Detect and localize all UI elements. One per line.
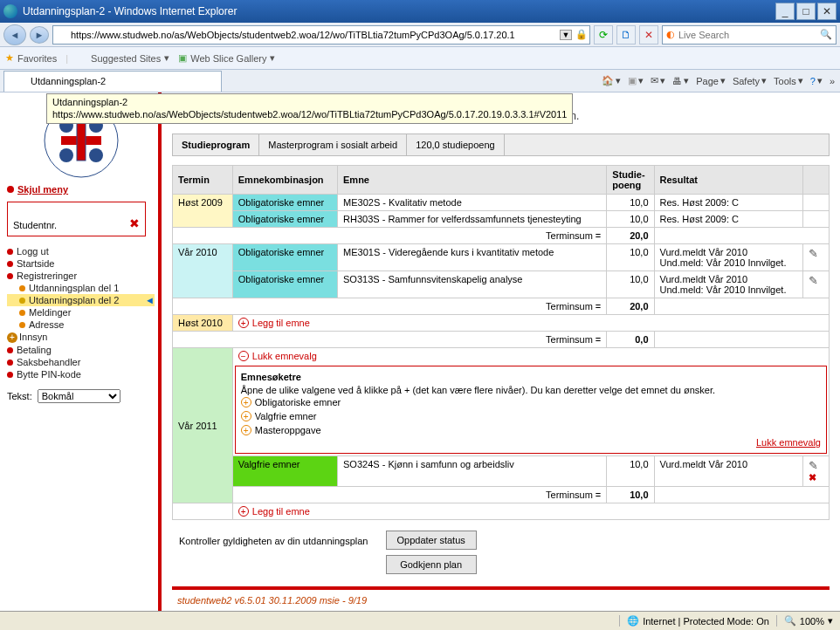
nav-meldinger[interactable]: Meldinger [7,306,155,318]
search-input[interactable] [678,30,816,40]
search-go-icon[interactable]: 🔍 [820,29,832,40]
nav-adresse[interactable]: Adresse [7,318,155,331]
collapse-icon: − [238,351,249,361]
legg-til-emne[interactable]: +Legg til emne [238,318,823,328]
lock-icon: 🔒 [575,29,588,40]
delete-icon[interactable]: ✖ [809,472,816,483]
studieprogram-row: Studieprogram Masterprogram i sosialt ar… [172,134,830,156]
oppdater-status-button[interactable]: Oppdater status [386,531,477,550]
nav-registreringer[interactable]: Registreringer [7,270,155,282]
maximize-button[interactable]: □ [796,3,816,20]
th-emne: Emne [338,166,607,195]
tree-option[interactable]: +Obligatoriske emner [241,395,821,409]
ie-icon [13,75,25,87]
plan-table: Termin Emnekombinasjon Emne Studie- poen… [172,165,830,520]
svg-point-8 [89,148,103,162]
edit-icon[interactable]: ✎ [809,247,818,260]
sum-label: Terminsum = [173,298,607,315]
main-content: ... endringer må du trykke på knappen La… [162,92,840,611]
tab-bar: Utdanningsplan-2 🏠▾ ▣▾ ✉▾ 🖶▾ Page ▾ Safe… [0,70,840,92]
nav-toolbar: ◄ ► ▼ 🔒 ⟳ 🗋 ✕ ◐ 🔍 [0,23,840,47]
studentnr-label: Studentnr. [13,220,57,230]
plus-icon: + [241,397,251,407]
back-button[interactable]: ◄ [3,24,26,45]
nav-menu: Logg ut Startside Registreringer Utdanni… [7,245,155,380]
help-button[interactable]: ?▾ [810,75,823,86]
search-box[interactable]: ◐ 🔍 [662,25,837,45]
plus-icon: + [7,332,17,343]
nav-saksbehandler[interactable]: Saksbehandler [7,356,155,368]
feeds-button[interactable]: ▣▾ [628,75,644,86]
tab-label: Utdanningsplan-2 [31,76,106,86]
expand-icon[interactable]: » [830,76,835,86]
cell-emne: ME301S - Videregående kurs i kvantitativ… [338,244,607,271]
compat-button[interactable]: 🗋 [616,25,636,45]
emnesoketre-box: Emnesøketre Åpne de ulike valgene ved å … [235,366,827,454]
tools-menu[interactable]: Tools ▾ [774,75,803,86]
ie-icon [77,53,87,64]
svg-rect-3 [61,136,101,145]
favorites-button[interactable]: ★Favorites [5,52,57,64]
safety-menu[interactable]: Safety ▾ [733,75,767,86]
sum-label: Terminsum = [232,487,607,503]
plus-icon: + [241,411,251,421]
nav-utdanningsplan2[interactable]: Utdanningsplan del 2◄ [7,294,155,306]
bullet-icon [7,372,13,378]
lukk-emnevalg-top[interactable]: −Lukk emnevalg [238,351,823,361]
edit-icon[interactable]: ✎ [809,274,818,287]
nav-startside[interactable]: Startside [7,257,155,270]
minimize-button[interactable]: _ [775,3,795,20]
language-select[interactable]: Bokmål [38,389,120,403]
box-title: Emnesøketre [241,372,821,382]
forward-button[interactable]: ► [30,26,49,44]
window-title: Utdanningsplan-2 - Windows Internet Expl… [23,5,237,17]
legg-til-emne[interactable]: +Legg til emne [238,506,823,517]
clear-icon[interactable]: ✖ [129,216,140,230]
help-icon: ? [810,76,816,86]
refresh-button[interactable]: ⟳ [594,25,613,45]
sp-name: Masterprogram i sosialt arbeid [259,134,407,155]
star-icon: ★ [5,52,14,64]
tab-utdanningsplan[interactable]: Utdanningsplan-2 [3,71,222,92]
home-button[interactable]: 🏠▾ [602,75,621,86]
url-tooltip: Utdanningsplan-2 https://www.studweb.no/… [46,93,573,124]
suggested-sites[interactable]: Suggested Sites ▾ [77,52,169,64]
print-button[interactable]: 🖶▾ [672,75,689,86]
mail-icon: ✉ [651,75,658,86]
tree-option[interactable]: +Valgfrie emner [241,409,821,423]
mail-button[interactable]: ✉▾ [651,75,665,86]
print-icon: 🖶 [672,76,682,86]
tree-option[interactable]: +Masteroppgave [241,423,821,437]
cell-komb: Obligatoriske emner [232,244,337,271]
godkjenn-plan-button[interactable]: Godkjenn plan [386,555,477,574]
edit-icon[interactable]: ✎ [809,459,818,472]
cell-res: Vurd.meldt Vår 2010Und.meld: Vår 2010 In… [654,244,802,271]
zoom-control[interactable]: 🔍100% ▾ [776,615,840,627]
window-titlebar: Utdanningsplan-2 - Windows Internet Expl… [0,0,840,23]
skjul-meny-link[interactable]: Skjul meny [7,184,155,195]
cell-sp: 10,0 [607,271,654,298]
web-slice[interactable]: ▣ Web Slice Gallery ▾ [178,52,275,64]
page-menu[interactable]: Page ▾ [696,75,726,86]
slice-icon: ▣ [178,52,187,64]
bullet-icon [19,322,25,328]
search-provider-icon: ◐ [666,29,675,40]
nav-utdanningsplan1[interactable]: Utdanningsplan del 1 [7,282,155,294]
tekst-label: Tekst: [7,391,32,401]
box-desc: Åpne de ulike valgene ved å klikke på + … [241,385,821,395]
lukk-emnevalg-link[interactable]: Lukk emnevalg [756,437,821,448]
term-h2010: Høst 2010 [173,315,233,332]
url-dropdown[interactable]: ▼ [560,30,572,40]
svg-point-7 [59,148,73,162]
nav-betaling[interactable]: Betaling [7,344,155,356]
nav-loggut[interactable]: Logg ut [7,245,155,257]
url-input[interactable] [71,30,556,40]
controls-row: Kontroller gyldigheten av din utdannings… [172,531,830,574]
zoom-icon: 🔍 [784,615,796,627]
close-button[interactable]: ✕ [817,3,837,20]
stop-button[interactable]: ✕ [639,25,658,45]
nav-byttepn[interactable]: Bytte PIN-kode [7,368,155,380]
nav-innsyn[interactable]: +Innsyn [7,331,155,344]
address-bar[interactable]: ▼ 🔒 [52,25,590,45]
favorites-bar: ★Favorites | Suggested Sites ▾ ▣ Web Sli… [0,47,840,70]
